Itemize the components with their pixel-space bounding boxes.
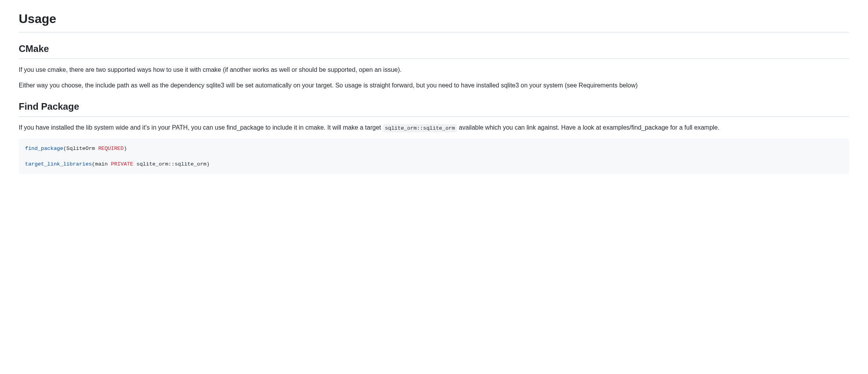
code-text: (SqliteOrm: [63, 146, 98, 151]
code-fn-find-package: find_package: [25, 146, 63, 151]
cmake-paragraph-2: Either way you choose, the include path …: [19, 81, 849, 90]
cmake-paragraph-1: If you use cmake, there are two supporte…: [19, 65, 849, 75]
cmake-code-block: find_package(SqliteOrm REQUIRED) target_…: [19, 139, 849, 174]
find-package-heading: Find Package: [19, 100, 849, 117]
code-keyword-required: REQUIRED: [98, 146, 124, 151]
code-keyword-private: PRIVATE: [111, 161, 133, 167]
find-package-text-pre: If you have installed the lib system wid…: [19, 124, 383, 131]
find-package-paragraph: If you have installed the lib system wid…: [19, 123, 849, 132]
code-fn-target-link-libraries: target_link_libraries: [25, 161, 92, 167]
usage-heading: Usage: [19, 9, 849, 32]
find-package-text-post: available which you can link against. Ha…: [457, 124, 719, 131]
code-text: ): [124, 146, 127, 151]
code-text: sqlite_orm::sqlite_orm): [133, 161, 210, 167]
inline-code-target: sqlite_orm::sqlite_orm: [383, 124, 457, 132]
cmake-heading: CMake: [19, 42, 849, 59]
code-text: (main: [92, 161, 111, 167]
